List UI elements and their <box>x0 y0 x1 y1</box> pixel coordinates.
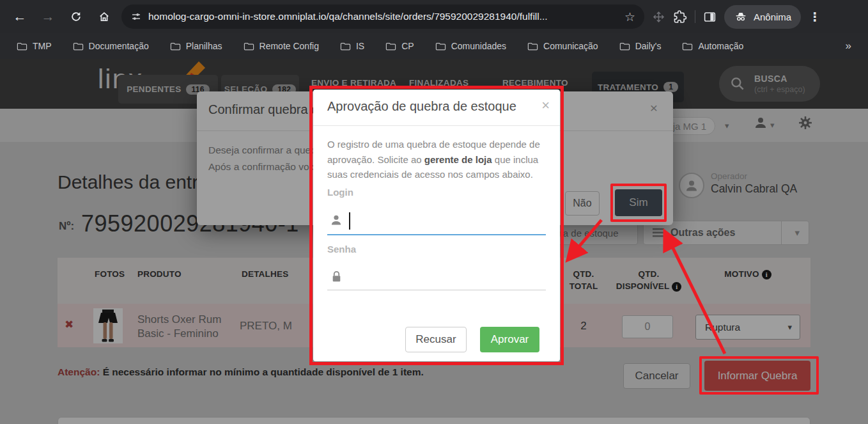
bookmark-folder[interactable]: TMP <box>17 41 52 51</box>
approve-button[interactable]: Aprovar <box>480 327 539 352</box>
person-icon <box>330 214 343 226</box>
password-label: Senha <box>327 244 356 255</box>
bookmark-star-icon[interactable]: ☆ <box>624 10 635 24</box>
bookmark-folder[interactable]: Comunidades <box>435 41 506 51</box>
back-icon[interactable]: ← <box>9 6 31 27</box>
login-input[interactable] <box>358 210 543 232</box>
password-input[interactable] <box>352 267 543 288</box>
bookmarks-bar: TMP Documentação Planilhas Remote Config… <box>0 33 868 59</box>
close-icon[interactable]: × <box>541 97 550 114</box>
url-text[interactable]: homolog-cargo-omni-in-store.omniplat.io/… <box>148 11 618 22</box>
approval-modal: Aprovação de quebra de estoque × O regis… <box>313 90 560 361</box>
move-extension-icon[interactable] <box>652 10 665 24</box>
side-panel-icon[interactable] <box>703 10 717 24</box>
bookmark-folder[interactable]: Automação <box>682 41 743 51</box>
extensions-puzzle-icon[interactable] <box>673 10 687 24</box>
browser-toolbar: ← → homolog-cargo-omni-in-store.omniplat… <box>0 0 868 33</box>
approval-modal-title: Aprovação de quebra de estoque <box>327 99 516 114</box>
screenshot-root: ← → homolog-cargo-omni-in-store.omniplat… <box>0 0 868 424</box>
site-info-icon[interactable] <box>130 11 142 22</box>
bookmark-folder[interactable]: Planilhas <box>170 41 222 51</box>
incognito-profile-badge[interactable]: Anônima <box>724 5 801 29</box>
refuse-button[interactable]: Recusar <box>405 327 467 352</box>
toolbar-divider <box>695 10 695 23</box>
text-cursor <box>349 212 350 230</box>
bookmark-folder[interactable]: IS <box>340 41 364 51</box>
browser-menu-icon[interactable]: ⋮ <box>809 10 821 24</box>
incognito-icon <box>734 10 748 23</box>
bookmark-folder[interactable]: CP <box>385 41 414 51</box>
bookmark-folder[interactable]: Comunicação <box>527 41 598 51</box>
lock-icon <box>331 271 342 283</box>
url-bar[interactable]: homolog-cargo-omni-in-store.omniplat.io/… <box>121 4 644 29</box>
app-viewport: linx PENDENTES 116 SELEÇÃO 182 ENVIO E R… <box>0 59 868 424</box>
login-label: Login <box>327 187 353 198</box>
approval-modal-text: O registro de uma quebra de estoque depe… <box>327 137 546 182</box>
profile-name: Anônima <box>754 12 791 22</box>
bookmark-folder[interactable]: Daily's <box>619 41 662 51</box>
bookmarks-overflow-icon[interactable]: » <box>846 40 851 52</box>
refresh-icon[interactable] <box>65 6 87 27</box>
forward-icon[interactable]: → <box>37 6 59 27</box>
home-icon[interactable] <box>93 6 115 27</box>
password-input-underline <box>327 290 546 290</box>
bookmark-folder[interactable]: Remote Config <box>244 41 319 51</box>
bookmark-folder[interactable]: Documentação <box>73 41 149 51</box>
login-input-underline <box>327 234 546 235</box>
